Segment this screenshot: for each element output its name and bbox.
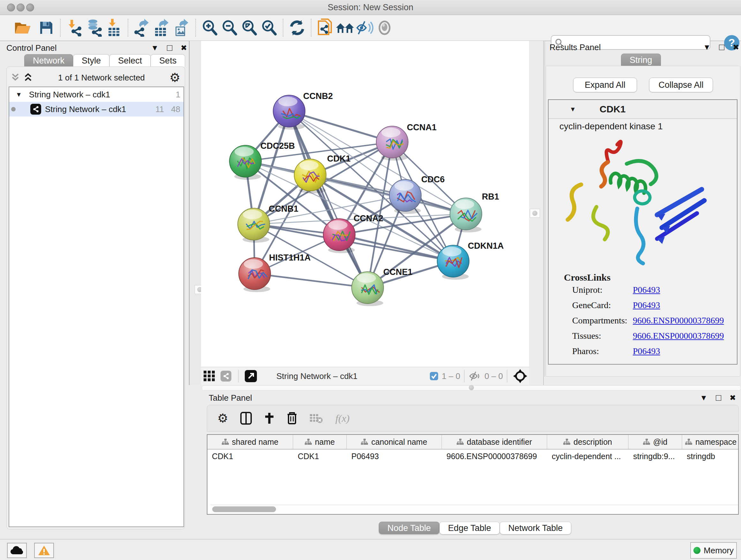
network-node-cdc25b[interactable] [229,145,261,180]
birdseye-view-button[interactable] [201,366,218,386]
export-table-button[interactable] [152,18,172,38]
tab-string[interactable]: String [621,54,661,66]
network-node-ccna1[interactable] [376,126,408,161]
expand-all-chevrons-icon[interactable] [10,73,21,82]
cell-namespace[interactable]: stringdb [682,449,739,463]
open-session-button[interactable] [13,18,32,38]
open-in-window-button[interactable] [243,366,259,386]
zoom-selected-button[interactable] [259,18,279,38]
fit-selected-button[interactable] [511,366,529,386]
collapse-all-button[interactable]: Collapse All [649,78,713,92]
cell-canonical-name[interactable]: P06493 [347,449,442,463]
network-row[interactable]: String Network – cdk1 11 48 [9,102,184,117]
tab-style[interactable]: Style [73,54,110,67]
network-node-ccne1[interactable] [352,272,384,306]
network-node-rb1[interactable] [450,198,482,233]
import-table-button[interactable] [104,18,124,38]
results-panel-close-icon[interactable]: ✖ [733,43,739,52]
collection-expand-caret-icon[interactable]: ▼ [16,91,22,98]
tab-select[interactable]: Select [110,54,151,67]
table-options-gear-icon[interactable]: ⚙ [217,412,228,424]
results-panel-menu-caret-icon[interactable]: ▼ [703,43,711,52]
zoom-in-button[interactable] [200,18,219,38]
memory-button[interactable]: Memory [690,542,737,559]
selected-checkbox-icon[interactable] [429,372,439,381]
function-builder-button[interactable]: f(x) [335,413,349,424]
network-node-hist1h1a[interactable] [239,258,271,292]
control-panel-menu-caret-icon[interactable]: ▼ [151,44,158,52]
column-header-description[interactable]: description [547,435,629,449]
tab-sets[interactable]: Sets [151,54,185,67]
network-node-cdk1[interactable] [294,159,326,193]
right-splitter-handle[interactable] [530,209,540,218]
tab-network-table[interactable]: Network Table [500,522,571,534]
cell-description[interactable]: cyclin-dependent ... [547,449,629,463]
export-image-button[interactable] [172,18,192,38]
cell-id[interactable]: stringdb:9... [629,449,682,463]
column-header-id[interactable]: @id [629,435,682,449]
column-header-shared-name[interactable]: shared name [207,435,293,449]
export-network-button[interactable] [132,18,152,38]
right-splitter[interactable] [529,41,544,385]
crosslink-link[interactable]: P06493 [633,346,660,356]
cell-database-identifier[interactable]: 9606.ENSP00000378699 [442,449,547,463]
network-edge[interactable] [255,273,367,288]
tab-node-table[interactable]: Node Table [379,522,440,534]
show-columns-icon[interactable] [240,412,252,425]
delete-column-icon[interactable] [287,412,297,425]
left-splitter[interactable] [189,41,202,385]
window-minimize-button[interactable] [17,3,24,11]
column-header-name[interactable]: name [293,435,347,449]
tab-network[interactable]: Network [24,54,73,67]
network-collection-row[interactable]: ▼ String Network – cdk1 1 [9,87,184,102]
column-header-database-identifier[interactable]: database identifier [442,435,547,449]
network-node-cdc6[interactable] [389,179,421,214]
column-header-canonical-name[interactable]: canonical name [347,435,442,449]
crosslink-link[interactable]: 9606.ENSP00000378699 [633,331,724,341]
cdk1-section-header[interactable]: ▼ CDK1 [549,100,737,119]
import-network-database-button[interactable] [84,18,104,38]
section-collapse-caret-icon[interactable]: ▼ [569,106,576,113]
hide-panels-button[interactable] [355,18,375,38]
string-import-button[interactable] [315,18,335,38]
home-networks-button[interactable] [335,18,355,38]
network-options-gear-icon[interactable]: ⚙ [170,71,180,84]
window-zoom-button[interactable] [26,3,34,11]
cell-name[interactable]: CDK1 [293,449,347,463]
crosslink-link[interactable]: P06493 [633,285,660,295]
window-close-button[interactable] [7,3,15,11]
zoom-fit-button[interactable] [239,18,259,38]
tab-edge-table[interactable]: Edge Table [440,522,500,534]
import-network-file-button[interactable] [64,18,84,38]
table-hscrollbar-thumb[interactable] [212,506,276,512]
add-column-icon[interactable] [264,412,275,424]
crosslink-link[interactable]: 9606.ENSP00000378699 [633,315,724,326]
network-node-cdkn1a[interactable] [437,245,469,280]
network-node-ccnb1[interactable] [238,208,270,243]
cell-shared-name[interactable]: CDK1 [207,449,293,463]
control-panel-float-icon[interactable]: □ [167,43,172,53]
table-row[interactable]: CDK1CDK1P064939606.ENSP00000378699cyclin… [207,449,738,463]
expand-all-button[interactable]: Expand All [573,78,637,92]
table-panel-close-icon[interactable]: ✖ [730,393,736,402]
cloud-status-button[interactable] [7,543,27,558]
network-node-ccna2[interactable] [323,219,355,253]
warnings-button[interactable] [34,543,54,558]
network-canvas[interactable]: CCNB2CCNA1CDC25BCDK1CDC6RB1CCNB1CCNA2CDK… [201,41,529,367]
table-hscrollbar[interactable] [211,505,739,513]
horizontal-splitter-handle[interactable] [469,385,474,390]
refresh-view-button[interactable] [287,18,307,38]
horizontal-splitter[interactable] [202,385,741,390]
zoom-out-button[interactable] [219,18,239,38]
show-eye-button[interactable] [375,18,394,38]
table-panel-menu-caret-icon[interactable]: ▼ [700,393,708,402]
save-session-button[interactable] [37,18,56,38]
results-panel-float-icon[interactable]: □ [719,42,724,52]
table-panel-float-icon[interactable]: □ [716,393,721,403]
collapse-all-chevrons-icon[interactable] [23,73,33,82]
crosslink-link[interactable]: P06493 [633,300,660,310]
column-header-namespace[interactable]: namespace [682,435,739,449]
control-panel-close-icon[interactable]: ✖ [181,44,187,52]
crosslink-row-tissues: Tissues:9606.ENSP00000378699 [564,331,737,341]
network-share-button[interactable] [218,366,234,386]
